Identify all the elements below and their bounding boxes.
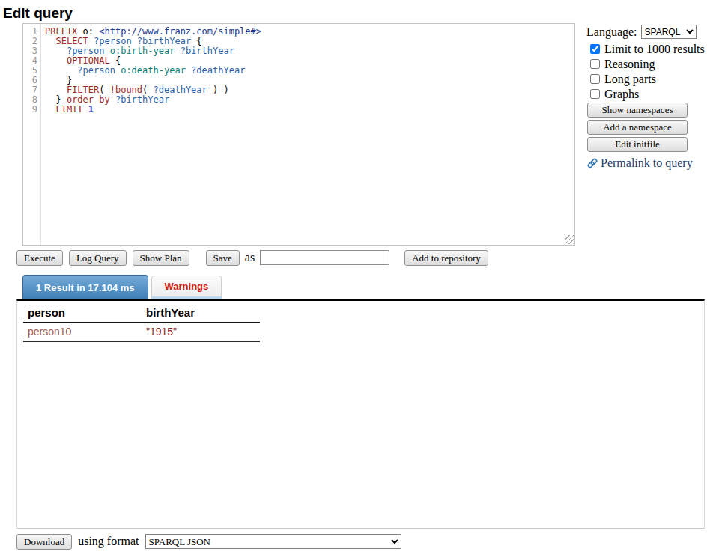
code-token: !bound — [110, 85, 142, 95]
using-format-label: using format — [78, 535, 139, 548]
results-table-head: personbirthYear — [23, 305, 260, 323]
result-resource-cell[interactable]: person10 — [23, 323, 142, 341]
table-row: person10"1915" — [23, 323, 260, 341]
editor-resize-handle[interactable] — [565, 235, 574, 244]
code-token — [83, 104, 88, 115]
option-label: Long parts — [604, 73, 656, 86]
option-reasoning: Reasoning — [590, 58, 715, 70]
log-query-button[interactable]: Log Query — [69, 250, 127, 266]
code-token: ?birthYear — [137, 36, 191, 46]
language-row: Language: SPARQL — [586, 24, 715, 40]
code-token: 1 — [88, 104, 94, 115]
download-button[interactable]: Download — [16, 534, 72, 550]
save-as-input[interactable] — [260, 250, 389, 265]
tab-warnings[interactable]: Warnings — [151, 276, 222, 299]
code-token: ?birthYear — [115, 94, 169, 105]
tab-1-result-in-17-104-ms[interactable]: 1 Result in 17.104 ms — [22, 275, 148, 299]
code-token: SELECT — [55, 36, 88, 46]
add-to-repository-button[interactable]: Add to repository — [404, 250, 488, 266]
option-long-parts: Long parts — [590, 73, 715, 85]
code-token: ?person — [67, 46, 105, 56]
result-tabs: 1 Result in 17.104 msWarnings — [22, 275, 705, 299]
results-table-body: person10"1915" — [23, 323, 260, 341]
show-plan-button[interactable]: Show Plan — [133, 250, 189, 266]
code-token: o:death-year — [121, 65, 186, 76]
query-editor[interactable]: 123456789 PREFIX o: <http://www.franz.co… — [22, 23, 575, 246]
code-token — [45, 55, 67, 66]
show-namespaces-button[interactable]: Show namespaces — [587, 103, 688, 118]
code-token: } — [45, 94, 67, 105]
permalink-icon — [586, 157, 598, 169]
editor-code[interactable]: PREFIX o: <http://www.franz.com/simple#>… — [41, 24, 574, 245]
header-row: personbirthYear — [23, 305, 260, 323]
results-table: personbirthYear person10"1915" — [23, 305, 260, 342]
code-token: OPTIONAL — [67, 55, 110, 66]
graphs-checkbox[interactable] — [590, 89, 600, 99]
code-token: } — [45, 75, 72, 85]
query-toolbar: Execute Log Query Show Plan Save as Add … — [16, 249, 705, 266]
code-token: ?person — [77, 65, 115, 76]
code-token — [45, 104, 55, 115]
code-token: ( — [142, 85, 153, 95]
code-token: ?deathYear — [191, 65, 245, 76]
code-line: LIMIT 1 — [45, 105, 574, 115]
code-token: ?deathYear — [154, 85, 207, 95]
add-a-namespace-button[interactable]: Add a namespace — [587, 120, 688, 135]
code-line: ?person o:death-year ?deathYear — [45, 66, 574, 76]
language-label: Language: — [586, 25, 637, 39]
code-token — [132, 36, 137, 46]
code-token — [45, 85, 67, 95]
code-token: <http://www.franz.com/simple#> — [99, 26, 261, 37]
option-label: Limit to 1000 results — [604, 43, 705, 56]
results-panel: personbirthYear person10"1915" — [16, 299, 705, 529]
query-options-sidebar: Language: SPARQL Limit to 1000 resultsRe… — [586, 24, 715, 170]
code-token — [88, 36, 94, 46]
sidebar-buttons: Show namespacesAdd a namespaceEdit initf… — [586, 103, 715, 152]
code-token: { — [110, 55, 121, 66]
code-token — [45, 65, 77, 76]
edit-initfile-button[interactable]: Edit initfile — [587, 137, 688, 152]
code-token: { — [191, 36, 201, 46]
code-token: ) ) — [207, 85, 229, 95]
limit-to-1000-results-checkbox[interactable] — [590, 44, 600, 54]
option-graphs: Graphs — [590, 88, 715, 100]
code-token — [45, 36, 55, 46]
code-token — [110, 94, 115, 105]
code-line: ?person o:birth-year ?birthYear — [45, 46, 574, 56]
column-header-person: person — [23, 305, 142, 323]
permalink-label: Permalink to query — [601, 156, 693, 170]
code-token: o:birth-year — [110, 46, 175, 56]
code-token: order by — [67, 94, 110, 105]
code-token: o: — [77, 26, 99, 37]
code-token — [104, 46, 109, 56]
code-token: PREFIX — [45, 26, 77, 37]
result-literal-cell: "1915" — [142, 323, 260, 341]
column-header-birthyear: birthYear — [142, 305, 260, 323]
reasoning-checkbox[interactable] — [590, 59, 600, 69]
code-line: } order by ?birthYear — [45, 95, 574, 105]
save-button[interactable]: Save — [206, 250, 240, 266]
code-token — [45, 46, 67, 56]
option-limit-to-1000-results: Limit to 1000 results — [590, 43, 715, 55]
code-token: FILTER — [67, 85, 99, 95]
code-token: ?person — [94, 36, 132, 46]
long-parts-checkbox[interactable] — [590, 74, 600, 84]
option-label: Graphs — [604, 88, 639, 101]
language-select[interactable]: SPARQL — [641, 25, 697, 39]
code-token: ?birthYear — [181, 46, 234, 56]
save-as-label: as — [245, 251, 255, 264]
code-token: LIMIT — [55, 104, 82, 115]
code-token: ( — [99, 85, 109, 95]
execute-button[interactable]: Execute — [16, 250, 63, 266]
download-bar: Download using format SPARQL JSON — [16, 533, 705, 550]
editor-gutter: 123456789 — [23, 24, 41, 245]
format-select[interactable]: SPARQL JSON — [145, 534, 401, 549]
line-number: 9 — [23, 105, 37, 115]
options-list: Limit to 1000 resultsReasoningLong parts… — [586, 43, 715, 100]
page-title: Edit query — [0, 0, 728, 23]
permalink-link[interactable]: Permalink to query — [586, 156, 715, 170]
code-token — [175, 46, 180, 56]
option-label: Reasoning — [604, 58, 655, 71]
